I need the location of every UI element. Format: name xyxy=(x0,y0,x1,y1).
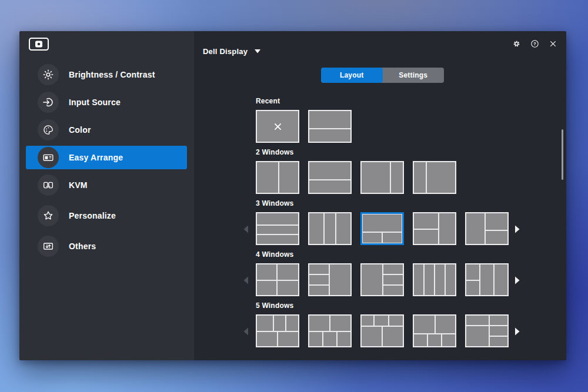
main-content: Dell Display ? LayoutSettings Recent2 Wi… xyxy=(194,31,566,360)
layout-tile[interactable] xyxy=(360,314,404,347)
settings-button[interactable] xyxy=(512,39,522,49)
sidebar-item-color[interactable]: Color xyxy=(26,118,187,142)
layout-cell xyxy=(362,232,382,243)
app-logo-icon xyxy=(29,38,49,51)
layout-tile[interactable] xyxy=(413,263,456,296)
display-selector-dropdown[interactable]: Dell Display xyxy=(203,47,260,56)
display-selector-label: Dell Display xyxy=(203,47,248,56)
layout-tile[interactable] xyxy=(256,110,299,143)
layout-cell xyxy=(485,230,508,244)
scroll-right-button[interactable] xyxy=(514,225,520,233)
layout-tile[interactable] xyxy=(308,161,352,194)
scroll-left-button[interactable] xyxy=(243,276,249,284)
layout-tile[interactable] xyxy=(465,212,509,245)
layout-tile[interactable] xyxy=(308,314,352,347)
personalize-icon xyxy=(38,205,59,226)
tab-layout[interactable]: Layout xyxy=(321,68,383,83)
section-3-windows: 3 Windows xyxy=(256,199,509,246)
layout-tile[interactable] xyxy=(360,161,404,194)
layout-cell xyxy=(309,274,329,285)
sidebar-item-label: KVM xyxy=(69,180,88,190)
help-button[interactable]: ? xyxy=(530,39,540,49)
sidebar-item-others[interactable]: Others xyxy=(26,234,187,258)
layout-cell xyxy=(466,213,485,244)
scrollbar[interactable] xyxy=(562,129,563,180)
layout-cell xyxy=(383,274,403,285)
layout-tile-selected[interactable] xyxy=(360,212,404,245)
chevron-down-icon xyxy=(255,49,260,53)
sidebar-item-brightness-contrast[interactable]: Brightness / Contrast xyxy=(26,63,187,86)
layout-cell xyxy=(383,285,403,296)
layout-tile[interactable] xyxy=(308,110,352,143)
section-2-windows: 2 Windows xyxy=(256,148,509,195)
input-source-icon xyxy=(38,92,59,113)
sidebar-item-input-source[interactable]: Input Source xyxy=(26,91,187,114)
tile-strip xyxy=(256,314,509,348)
layout-cell xyxy=(309,110,351,129)
layout-tile[interactable] xyxy=(308,212,352,245)
tab-settings[interactable]: Settings xyxy=(383,68,445,83)
layout-cell xyxy=(256,264,277,280)
layout-tile[interactable] xyxy=(256,161,299,194)
layout-cell xyxy=(466,315,489,326)
layout-cell xyxy=(309,129,351,142)
layout-tile[interactable] xyxy=(256,314,299,347)
layout-cell xyxy=(361,264,383,296)
layout-tile[interactable] xyxy=(465,263,509,296)
layout-tile[interactable] xyxy=(413,212,456,245)
section-4-windows: 4 Windows xyxy=(256,250,509,297)
layout-cell xyxy=(309,213,324,244)
layout-cell xyxy=(361,162,390,193)
section-5-windows: 5 Windows xyxy=(256,301,509,348)
layout-cell xyxy=(309,264,329,274)
layout-cell xyxy=(382,326,403,347)
layout-tile[interactable] xyxy=(256,263,299,296)
layout-cell xyxy=(489,326,508,336)
section-label: 4 Windows xyxy=(256,250,509,260)
scroll-right-button[interactable] xyxy=(514,327,520,336)
sidebar-item-easy-arrange[interactable]: Easy Arrange xyxy=(26,146,187,169)
layout-cell xyxy=(466,264,480,280)
layout-tile[interactable] xyxy=(413,314,456,347)
layout-cell xyxy=(286,315,299,331)
layout-cell xyxy=(256,162,279,193)
layout-cell xyxy=(337,331,351,347)
layout-cell xyxy=(309,315,330,331)
close-button[interactable] xyxy=(548,39,558,49)
layout-cell xyxy=(361,315,374,326)
scroll-left-button[interactable] xyxy=(243,225,249,233)
dell-display-manager-window: Brightness / ContrastInput SourceColorEa… xyxy=(19,31,566,360)
easy-arrange-icon xyxy=(38,147,59,168)
layout-cell xyxy=(309,162,351,180)
scroll-right-button[interactable] xyxy=(514,276,520,284)
layout-tile[interactable] xyxy=(360,263,404,296)
layout-cell xyxy=(389,315,403,326)
sidebar-item-label: Personalize xyxy=(69,211,116,220)
others-icon xyxy=(38,236,59,257)
layout-cell xyxy=(413,315,435,334)
layout-cell xyxy=(485,213,508,230)
sidebar-item-personalize[interactable]: Personalize xyxy=(26,204,187,227)
section-label: 3 Windows xyxy=(256,199,509,209)
layout-cell xyxy=(445,264,456,296)
titlebar-actions: ? xyxy=(512,39,558,49)
layout-tile[interactable] xyxy=(413,161,456,194)
layout-cell xyxy=(330,315,351,331)
layout-cell xyxy=(309,285,329,296)
layout-cell xyxy=(278,331,299,347)
scroll-left-button[interactable] xyxy=(243,327,249,336)
sidebar-nav: Brightness / ContrastInput SourceColorEa… xyxy=(19,63,194,258)
sidebar-item-kvm[interactable]: KVM xyxy=(26,173,187,197)
layout-tile[interactable] xyxy=(308,263,352,296)
layout-cell xyxy=(489,315,508,326)
layout-cell xyxy=(336,213,351,244)
layout-cell xyxy=(323,331,337,347)
layout-tile[interactable] xyxy=(256,212,299,245)
layout-tile[interactable] xyxy=(465,314,509,347)
tile-strip xyxy=(256,263,509,297)
layout-cell xyxy=(466,326,489,347)
help-icon: ? xyxy=(530,39,540,49)
layout-cell xyxy=(309,180,351,193)
color-icon xyxy=(38,119,59,140)
layout-cell xyxy=(309,331,323,347)
